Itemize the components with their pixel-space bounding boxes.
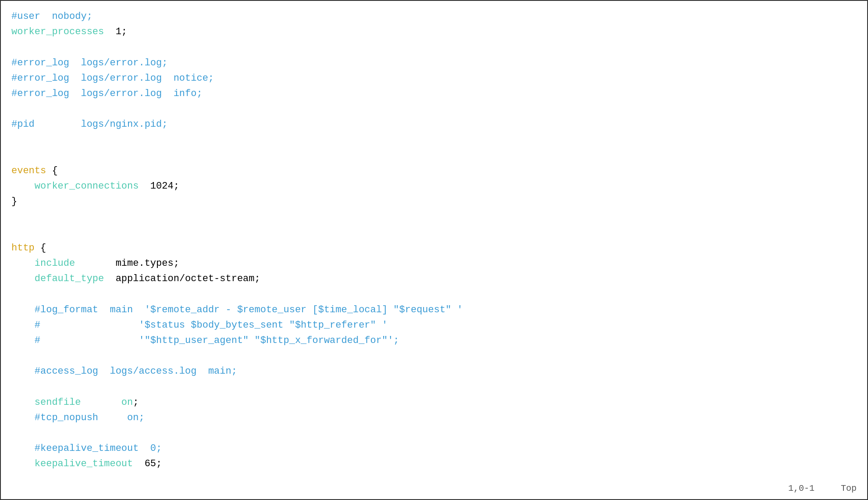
code-token: worker_connections xyxy=(35,181,139,192)
code-token xyxy=(11,304,35,315)
code-token xyxy=(11,258,35,269)
code-token xyxy=(11,181,35,192)
cursor-position: 1,0-1 xyxy=(788,482,815,496)
code-token xyxy=(11,273,35,284)
empty-line xyxy=(11,225,857,240)
code-line: default_type application/octet-stream; xyxy=(11,271,857,286)
code-token xyxy=(11,458,35,469)
empty-line xyxy=(11,425,857,441)
code-token: #tcp_nopush on; xyxy=(35,412,145,423)
code-token: # '$status $body_bytes_sent "$http_refer… xyxy=(35,320,388,331)
code-line: # '$status $body_bytes_sent "$http_refer… xyxy=(11,318,857,333)
code-line: #log_format main '$remote_addr - $remote… xyxy=(11,302,857,318)
code-token xyxy=(11,397,35,408)
code-line: #keepalive_timeout 0; xyxy=(11,441,857,456)
status-bar: 1,0-1 Top xyxy=(788,482,857,496)
code-line: http { xyxy=(11,240,857,256)
empty-line xyxy=(11,472,857,474)
code-token: #access_log logs/access.log main; xyxy=(35,366,237,377)
code-token: } xyxy=(11,196,17,207)
code-token: ; xyxy=(133,397,139,408)
code-token: sendfile xyxy=(35,397,81,408)
code-line: #access_log logs/access.log main; xyxy=(11,364,857,379)
code-token: mime.types; xyxy=(75,258,179,269)
code-line: #error_log logs/error.log; xyxy=(11,55,857,71)
editor-window: #user nobody;worker_processes 1;#error_l… xyxy=(0,0,868,500)
code-token: { xyxy=(46,165,57,176)
code-line: #user nobody; xyxy=(11,9,857,24)
empty-line xyxy=(11,148,857,163)
code-line: #pid logs/nginx.pid; xyxy=(11,117,857,132)
code-line: } xyxy=(11,194,857,209)
empty-line xyxy=(11,379,857,395)
code-line: #error_log logs/error.log notice; xyxy=(11,71,857,86)
code-line: # '"$http_user_agent" "$http_x_forwarded… xyxy=(11,333,857,348)
code-token xyxy=(11,412,35,423)
code-token: 1024; xyxy=(139,181,179,192)
code-line: worker_processes 1; xyxy=(11,24,857,39)
code-token: # '"$http_user_agent" "$http_x_forwarded… xyxy=(35,335,399,346)
code-token: #user nobody; xyxy=(11,11,92,22)
code-token: #pid logs/nginx.pid; xyxy=(11,119,167,130)
code-line: events { xyxy=(11,163,857,179)
code-token: 65; xyxy=(133,458,162,469)
code-token xyxy=(81,397,121,408)
code-token xyxy=(11,320,35,331)
empty-line xyxy=(11,286,857,302)
code-token xyxy=(11,366,35,377)
code-token: application/octet-stream; xyxy=(104,273,260,284)
code-token: #log_format main '$remote_addr - $remote… xyxy=(35,304,463,315)
code-line: keepalive_timeout 65; xyxy=(11,456,857,471)
code-token: include xyxy=(35,258,75,269)
code-token: { xyxy=(35,243,46,254)
code-token: worker_processes xyxy=(11,26,104,37)
code-token: #error_log logs/error.log notice; xyxy=(11,73,214,84)
code-content[interactable]: #user nobody;worker_processes 1;#error_l… xyxy=(11,9,857,474)
code-token xyxy=(11,443,35,454)
code-line: #error_log logs/error.log info; xyxy=(11,86,857,101)
empty-line xyxy=(11,348,857,364)
empty-line xyxy=(11,132,857,148)
scroll-position: Top xyxy=(841,482,857,496)
code-line: worker_connections 1024; xyxy=(11,179,857,194)
empty-line xyxy=(11,209,857,225)
code-token xyxy=(11,335,35,346)
code-token: #keepalive_timeout 0; xyxy=(35,443,162,454)
code-line: #tcp_nopush on; xyxy=(11,410,857,425)
code-token: #error_log logs/error.log info; xyxy=(11,88,203,99)
code-line: include mime.types; xyxy=(11,256,857,271)
empty-line xyxy=(11,101,857,117)
code-token: events xyxy=(11,165,46,176)
code-token: 1; xyxy=(104,26,127,37)
code-token: http xyxy=(11,243,35,254)
code-token: keepalive_timeout xyxy=(35,458,133,469)
code-line: sendfile on; xyxy=(11,395,857,410)
empty-line xyxy=(11,39,857,55)
code-token: on xyxy=(121,397,133,408)
code-token: #error_log logs/error.log; xyxy=(11,57,167,68)
code-token: default_type xyxy=(35,273,104,284)
